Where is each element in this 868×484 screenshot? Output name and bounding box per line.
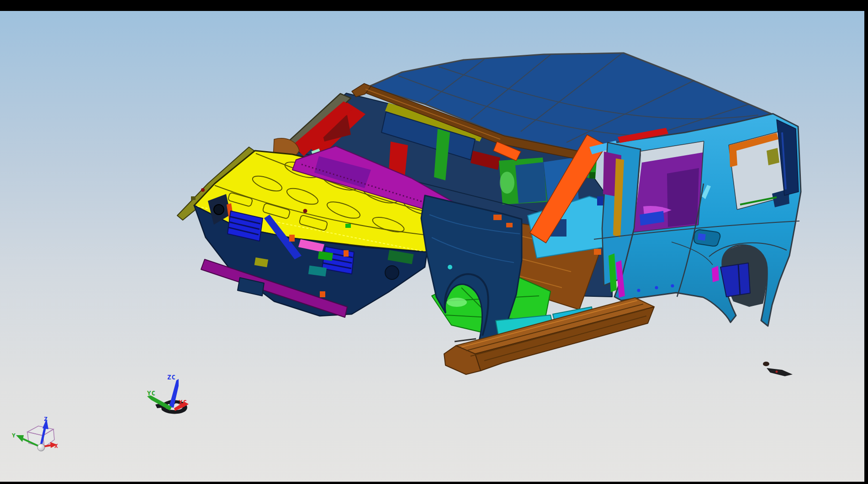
seat-back-blue [515,162,546,203]
door-dot-1 [637,289,640,292]
datum-z-label: Z [44,416,48,422]
loose-part-dot [763,362,769,366]
wcs-x-label: XC [179,399,187,406]
seat-highlight [500,172,514,194]
bottom-frame-bar [0,482,868,484]
right-frame-bar [864,0,868,484]
quarter-olive-bracket [767,148,779,165]
hood-crease-dot [303,209,307,213]
wcs-z-label: ZC [167,374,176,381]
orange-bit-2 [344,250,349,257]
wcs-y-label: YC [147,389,156,397]
hinge-orange-1 [493,215,502,220]
datum-origin-sphere[interactable] [37,444,45,451]
arch-magenta-part [712,266,719,282]
fender-rivet [191,196,196,200]
hinge-orange-2 [506,223,513,227]
viewport-canvas[interactable]: ZC YC XC Z Y X [0,0,868,484]
cad-application-window: ZC YC XC Z Y X [0,0,868,484]
orange-bit-1 [289,235,295,242]
headlamp-hole [214,205,224,215]
green-floor-highlight [447,298,467,307]
trim-purple-dark [667,168,699,227]
floor-orange-bit [594,249,601,255]
loose-part-red-dot [776,371,778,373]
door-handle-glyph [698,233,706,241]
orange-bit-3 [320,291,325,297]
datum-x-label: X [54,442,58,449]
door-dot-3 [671,284,674,288]
body-side-group [589,114,801,326]
fender-teal-dot [448,265,452,269]
top-frame-bar [0,0,868,11]
fender-red-dot [201,188,205,192]
bumper-hole [385,266,399,279]
dark-green-box [589,172,595,179]
cowl-green-bit [345,224,351,228]
datum-y-label: Y [12,432,16,439]
door-dot-2 [655,286,658,289]
door-handle-recess [694,230,720,246]
